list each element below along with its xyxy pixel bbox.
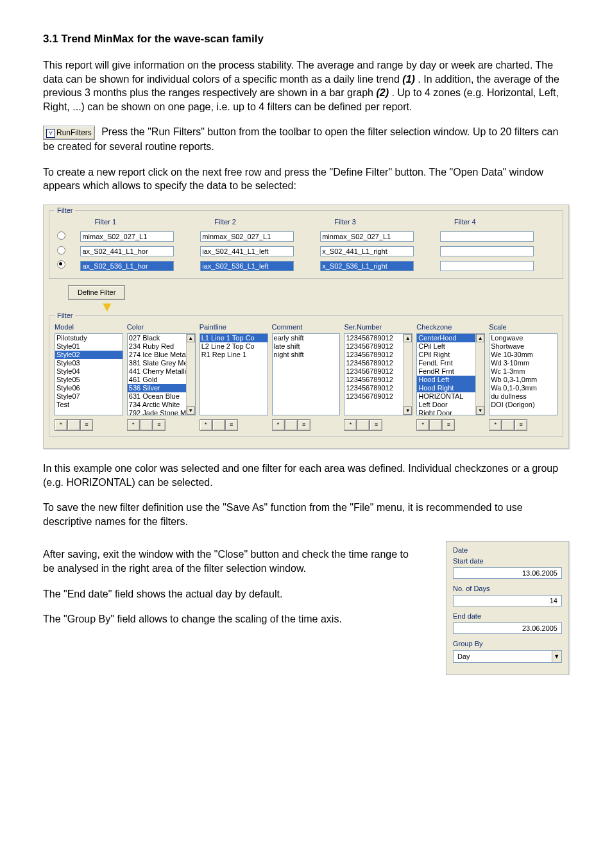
listbox-color[interactable]: 027 Black234 Ruby Red274 Ice Blue Metall… (127, 333, 196, 415)
list-item[interactable]: 123456789012 (344, 384, 404, 392)
list-item[interactable]: 027 Black (128, 334, 187, 342)
square-icon[interactable] (212, 419, 225, 431)
list-item[interactable]: 381 Slate Grey Metallic (128, 359, 187, 367)
filter-row-radio[interactable] (57, 231, 65, 240)
filter-cell[interactable] (200, 246, 294, 256)
wildcard-icon[interactable]: * (344, 419, 357, 431)
filter-cell[interactable] (80, 246, 174, 256)
list-item[interactable]: Style04 (55, 367, 123, 376)
list-item[interactable]: 123456789012 (344, 392, 404, 401)
filter-cell[interactable] (80, 261, 174, 271)
list-item[interactable]: Wa 0,1-0,3mm (489, 384, 557, 392)
list-item[interactable]: 123456789012 (344, 359, 404, 367)
list-item[interactable]: Hood Right (417, 384, 476, 392)
list-item[interactable]: We 10-30mm (489, 351, 557, 359)
wildcard-icon[interactable]: * (200, 419, 212, 431)
square-icon[interactable] (285, 419, 298, 431)
list-item[interactable]: Right Door (417, 409, 476, 415)
filter-row-radio[interactable] (57, 246, 65, 255)
list-item[interactable]: Style05 (55, 376, 123, 384)
square-icon[interactable] (140, 419, 153, 431)
listbox-comment[interactable]: early shiftlate shiftnight shift (272, 333, 341, 415)
listbox-model[interactable]: PilotstudyStyle01Style02Style03Style04St… (55, 333, 123, 415)
list-item[interactable]: 631 Ocean Blue (128, 392, 187, 401)
list-item[interactable]: DOI (Dorigon) (489, 401, 557, 409)
list-item[interactable]: 792 Jade Stone Metallic (128, 409, 187, 415)
list-item[interactable]: Longwave (489, 334, 557, 342)
list-item[interactable]: Style06 (55, 384, 123, 392)
list-item[interactable]: 123456789012 (344, 342, 404, 351)
list-icon[interactable]: ≡ (298, 419, 310, 431)
filter-cell[interactable] (440, 231, 534, 242)
scroll-up-icon[interactable]: ▲ (404, 334, 412, 342)
list-item[interactable]: Pilotstudy (55, 334, 123, 342)
list-icon[interactable]: ≡ (225, 419, 238, 431)
list-item[interactable]: Wc 1-3mm (489, 367, 557, 376)
list-item[interactable]: 536 Silver (128, 384, 187, 392)
list-item[interactable]: 123456789012 (344, 367, 404, 376)
filter-cell[interactable] (440, 261, 534, 271)
list-item[interactable]: CPil Right (417, 351, 476, 359)
listbox-checkzone[interactable]: CenterHoodCPil LeftCPil RightFendL FrntF… (416, 333, 485, 415)
define-filter-button[interactable]: Define Filter (68, 285, 125, 300)
list-item[interactable]: HORIZONTAL (417, 392, 476, 401)
list-item[interactable]: L2 Line 2 Top Co (200, 342, 268, 351)
list-item[interactable]: Wb 0,3-1,0mm (489, 376, 557, 384)
list-item[interactable]: CenterHood (417, 334, 476, 342)
list-item[interactable]: Style02 (55, 351, 123, 359)
list-item[interactable]: Wd 3-10mm (489, 359, 557, 367)
list-icon[interactable]: ≡ (370, 419, 382, 431)
list-item[interactable]: R1 Rep Line 1 (200, 351, 268, 359)
list-icon[interactable]: ≡ (80, 419, 93, 431)
list-item[interactable]: Left Door (417, 401, 476, 409)
list-icon[interactable]: ≡ (153, 419, 166, 431)
filter-cell[interactable] (80, 231, 174, 242)
list-item[interactable]: CPil Left (417, 342, 476, 351)
scroll-up-icon[interactable]: ▲ (476, 334, 484, 342)
list-item[interactable]: 461 Gold (128, 376, 187, 384)
list-item[interactable]: 274 Ice Blue Metallic (128, 351, 187, 359)
list-item[interactable]: FendR Frnt (417, 367, 476, 376)
filter-cell[interactable] (320, 246, 414, 256)
wildcard-icon[interactable]: * (489, 419, 502, 431)
filter-cell[interactable] (440, 246, 534, 256)
filter-cell[interactable] (200, 261, 294, 271)
chevron-down-icon[interactable]: ▼ (552, 650, 562, 663)
filter-row-radio[interactable] (57, 260, 65, 269)
list-item[interactable]: Shortwave (489, 342, 557, 351)
list-icon[interactable]: ≡ (514, 419, 527, 431)
list-item[interactable]: FendL Frnt (417, 359, 476, 367)
list-item[interactable]: L1 Line 1 Top Co (200, 334, 268, 342)
filter-cell[interactable] (320, 231, 414, 242)
scrollbar[interactable]: ▲▼ (403, 334, 412, 415)
list-item[interactable]: Test (55, 401, 123, 409)
scroll-down-icon[interactable]: ▼ (187, 406, 195, 415)
filter-cell[interactable] (320, 261, 414, 271)
list-item[interactable]: night shift (273, 351, 340, 359)
scroll-down-icon[interactable]: ▼ (404, 406, 412, 415)
scroll-down-icon[interactable]: ▼ (476, 406, 484, 415)
square-icon[interactable] (357, 419, 370, 431)
scrollbar[interactable]: ▲▼ (475, 334, 484, 415)
square-icon[interactable] (429, 419, 442, 431)
wildcard-icon[interactable]: * (127, 419, 140, 431)
list-item[interactable]: Hood Left (417, 376, 476, 384)
listbox-scale[interactable]: LongwaveShortwaveWe 10-30mmWd 3-10mmWc 1… (489, 333, 557, 415)
list-item[interactable]: 123456789012 (344, 334, 404, 342)
list-item[interactable]: 123456789012 (344, 376, 404, 384)
list-icon[interactable]: ≡ (442, 419, 455, 431)
list-item[interactable]: 234 Ruby Red (128, 342, 187, 351)
wildcard-icon[interactable]: * (272, 419, 285, 431)
list-item[interactable]: late shift (273, 342, 340, 351)
end-date-input[interactable] (453, 622, 562, 634)
filter-cell[interactable] (200, 231, 294, 242)
scrollbar[interactable]: ▲▼ (186, 334, 195, 415)
wildcard-icon[interactable]: * (416, 419, 429, 431)
start-date-input[interactable] (453, 567, 562, 579)
list-item[interactable]: Style01 (55, 342, 123, 351)
list-item[interactable]: Style03 (55, 359, 123, 367)
list-item[interactable]: Style07 (55, 392, 123, 401)
wildcard-icon[interactable]: * (55, 419, 67, 431)
square-icon[interactable] (67, 419, 80, 431)
listbox-sernumber[interactable]: 1234567890121234567890121234567890121234… (344, 333, 412, 415)
